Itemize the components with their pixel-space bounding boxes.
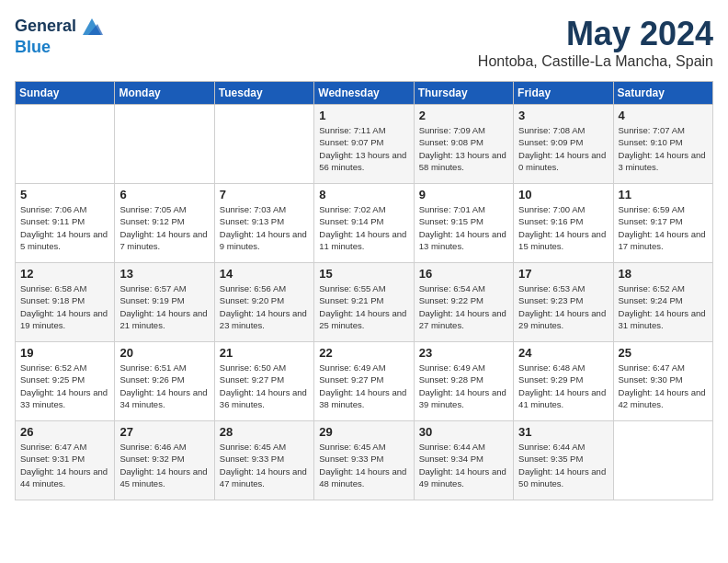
cell-info: Sunrise: 6:47 AMSunset: 9:30 PMDaylight:… bbox=[619, 362, 708, 410]
day-number: 14 bbox=[220, 267, 309, 281]
day-number: 1 bbox=[319, 109, 408, 122]
cell-info: Sunrise: 6:52 AMSunset: 9:24 PMDaylight:… bbox=[619, 282, 708, 331]
cell-info: Sunrise: 6:54 AMSunset: 9:22 PMDaylight:… bbox=[419, 282, 508, 331]
day-number: 11 bbox=[619, 188, 708, 201]
day-number: 27 bbox=[119, 425, 209, 439]
cell-info: Sunrise: 6:55 AMSunset: 9:21 PMDaylight:… bbox=[319, 282, 408, 331]
cell-info: Sunrise: 7:09 AMSunset: 9:08 PMDaylight:… bbox=[419, 124, 508, 173]
cell-info: Sunrise: 6:46 AMSunset: 9:32 PMDaylight:… bbox=[119, 441, 209, 489]
cell-info: Sunrise: 6:48 AMSunset: 9:29 PMDaylight:… bbox=[518, 362, 608, 410]
logo-blue: Blue bbox=[15, 39, 105, 57]
day-number: 21 bbox=[220, 346, 309, 360]
calendar-cell: 14Sunrise: 6:56 AMSunset: 9:20 PMDayligh… bbox=[214, 263, 313, 342]
cell-info: Sunrise: 7:01 AMSunset: 9:15 PMDaylight:… bbox=[419, 203, 508, 252]
cell-info: Sunrise: 7:07 AMSunset: 9:10 PMDaylight:… bbox=[619, 124, 708, 173]
weekday-header: Wednesday bbox=[314, 82, 414, 105]
weekday-header: Thursday bbox=[414, 82, 513, 105]
calendar-cell: 26Sunrise: 6:47 AMSunset: 9:31 PMDayligh… bbox=[16, 421, 115, 500]
day-number: 18 bbox=[619, 267, 708, 281]
day-number: 24 bbox=[518, 346, 608, 360]
calendar-cell: 16Sunrise: 6:54 AMSunset: 9:22 PMDayligh… bbox=[414, 263, 513, 342]
calendar-cell: 1Sunrise: 7:11 AMSunset: 9:07 PMDaylight… bbox=[314, 105, 414, 184]
cell-info: Sunrise: 6:56 AMSunset: 9:20 PMDaylight:… bbox=[220, 282, 309, 331]
calendar-cell: 9Sunrise: 7:01 AMSunset: 9:15 PMDaylight… bbox=[414, 184, 513, 263]
calendar-cell: 27Sunrise: 6:46 AMSunset: 9:32 PMDayligh… bbox=[115, 421, 214, 500]
location-title: Hontoba, Castille-La Mancha, Spain bbox=[478, 53, 713, 70]
calendar-cell: 22Sunrise: 6:49 AMSunset: 9:27 PMDayligh… bbox=[314, 342, 414, 421]
calendar-cell: 18Sunrise: 6:52 AMSunset: 9:24 PMDayligh… bbox=[613, 263, 712, 342]
calendar-cell bbox=[115, 105, 214, 184]
day-number: 22 bbox=[319, 346, 408, 360]
page-header: General Blue May 2024 Hontoba, Castille-… bbox=[15, 15, 713, 70]
calendar-cell: 13Sunrise: 6:57 AMSunset: 9:19 PMDayligh… bbox=[115, 263, 214, 342]
day-number: 6 bbox=[119, 188, 209, 201]
day-number: 7 bbox=[220, 188, 309, 201]
cell-info: Sunrise: 7:05 AMSunset: 9:12 PMDaylight:… bbox=[119, 203, 209, 252]
calendar-cell: 15Sunrise: 6:55 AMSunset: 9:21 PMDayligh… bbox=[314, 263, 414, 342]
calendar-cell bbox=[613, 421, 712, 500]
day-number: 17 bbox=[518, 267, 608, 281]
month-year-title: May 2024 bbox=[478, 15, 713, 53]
calendar-cell: 30Sunrise: 6:44 AMSunset: 9:34 PMDayligh… bbox=[414, 421, 513, 500]
calendar-cell: 5Sunrise: 7:06 AMSunset: 9:11 PMDaylight… bbox=[16, 184, 115, 263]
calendar-week-row: 19Sunrise: 6:52 AMSunset: 9:25 PMDayligh… bbox=[16, 342, 713, 421]
weekday-header: Saturday bbox=[613, 82, 712, 105]
calendar-cell: 19Sunrise: 6:52 AMSunset: 9:25 PMDayligh… bbox=[16, 342, 115, 421]
day-number: 25 bbox=[619, 346, 708, 360]
weekday-header: Monday bbox=[115, 82, 214, 105]
day-number: 2 bbox=[419, 109, 508, 122]
cell-info: Sunrise: 6:59 AMSunset: 9:17 PMDaylight:… bbox=[619, 203, 708, 252]
day-number: 15 bbox=[319, 267, 408, 281]
day-number: 4 bbox=[619, 109, 708, 122]
calendar-week-row: 1Sunrise: 7:11 AMSunset: 9:07 PMDaylight… bbox=[16, 105, 713, 184]
cell-info: Sunrise: 6:49 AMSunset: 9:27 PMDaylight:… bbox=[319, 362, 408, 410]
day-number: 19 bbox=[20, 346, 109, 360]
cell-info: Sunrise: 7:00 AMSunset: 9:16 PMDaylight:… bbox=[518, 203, 608, 252]
calendar-cell: 7Sunrise: 7:03 AMSunset: 9:13 PMDaylight… bbox=[214, 184, 313, 263]
calendar-week-row: 26Sunrise: 6:47 AMSunset: 9:31 PMDayligh… bbox=[16, 421, 713, 500]
calendar-cell: 24Sunrise: 6:48 AMSunset: 9:29 PMDayligh… bbox=[514, 342, 613, 421]
cell-info: Sunrise: 6:52 AMSunset: 9:25 PMDaylight:… bbox=[20, 362, 109, 410]
weekday-header: Friday bbox=[514, 82, 613, 105]
weekday-header: Sunday bbox=[16, 82, 115, 105]
calendar-cell: 31Sunrise: 6:44 AMSunset: 9:35 PMDayligh… bbox=[514, 421, 613, 500]
calendar-week-row: 12Sunrise: 6:58 AMSunset: 9:18 PMDayligh… bbox=[16, 263, 713, 342]
day-number: 29 bbox=[319, 425, 408, 439]
cell-info: Sunrise: 6:53 AMSunset: 9:23 PMDaylight:… bbox=[518, 282, 608, 331]
cell-info: Sunrise: 7:02 AMSunset: 9:14 PMDaylight:… bbox=[319, 203, 408, 252]
cell-info: Sunrise: 7:08 AMSunset: 9:09 PMDaylight:… bbox=[518, 124, 608, 173]
calendar-cell: 10Sunrise: 7:00 AMSunset: 9:16 PMDayligh… bbox=[514, 184, 613, 263]
day-number: 20 bbox=[119, 346, 209, 360]
weekday-header: Tuesday bbox=[214, 82, 313, 105]
day-number: 26 bbox=[20, 425, 109, 439]
calendar-week-row: 5Sunrise: 7:06 AMSunset: 9:11 PMDaylight… bbox=[16, 184, 713, 263]
calendar-cell: 23Sunrise: 6:49 AMSunset: 9:28 PMDayligh… bbox=[414, 342, 513, 421]
cell-info: Sunrise: 6:45 AMSunset: 9:33 PMDaylight:… bbox=[319, 441, 408, 489]
day-number: 5 bbox=[20, 188, 109, 201]
day-number: 23 bbox=[419, 346, 508, 360]
day-number: 3 bbox=[518, 109, 608, 122]
cell-info: Sunrise: 6:44 AMSunset: 9:34 PMDaylight:… bbox=[419, 441, 508, 489]
cell-info: Sunrise: 6:45 AMSunset: 9:33 PMDaylight:… bbox=[220, 441, 309, 489]
calendar-cell: 3Sunrise: 7:08 AMSunset: 9:09 PMDaylight… bbox=[514, 105, 613, 184]
cell-info: Sunrise: 6:50 AMSunset: 9:27 PMDaylight:… bbox=[220, 362, 309, 410]
logo-icon bbox=[79, 15, 105, 39]
day-number: 9 bbox=[419, 188, 508, 201]
calendar-cell bbox=[16, 105, 115, 184]
weekday-header-row: SundayMondayTuesdayWednesdayThursdayFrid… bbox=[16, 82, 713, 105]
calendar-cell: 8Sunrise: 7:02 AMSunset: 9:14 PMDaylight… bbox=[314, 184, 414, 263]
day-number: 28 bbox=[220, 425, 309, 439]
title-block: May 2024 Hontoba, Castille-La Mancha, Sp… bbox=[478, 15, 713, 70]
day-number: 8 bbox=[319, 188, 408, 201]
cell-info: Sunrise: 6:58 AMSunset: 9:18 PMDaylight:… bbox=[20, 282, 109, 331]
day-number: 13 bbox=[119, 267, 209, 281]
cell-info: Sunrise: 6:51 AMSunset: 9:26 PMDaylight:… bbox=[119, 362, 209, 410]
calendar-cell: 25Sunrise: 6:47 AMSunset: 9:30 PMDayligh… bbox=[613, 342, 712, 421]
calendar-cell: 17Sunrise: 6:53 AMSunset: 9:23 PMDayligh… bbox=[514, 263, 613, 342]
day-number: 30 bbox=[419, 425, 508, 439]
day-number: 12 bbox=[20, 267, 109, 281]
cell-info: Sunrise: 6:47 AMSunset: 9:31 PMDaylight:… bbox=[20, 441, 109, 489]
cell-info: Sunrise: 6:44 AMSunset: 9:35 PMDaylight:… bbox=[518, 441, 608, 489]
calendar-cell bbox=[214, 105, 313, 184]
day-number: 31 bbox=[518, 425, 608, 439]
